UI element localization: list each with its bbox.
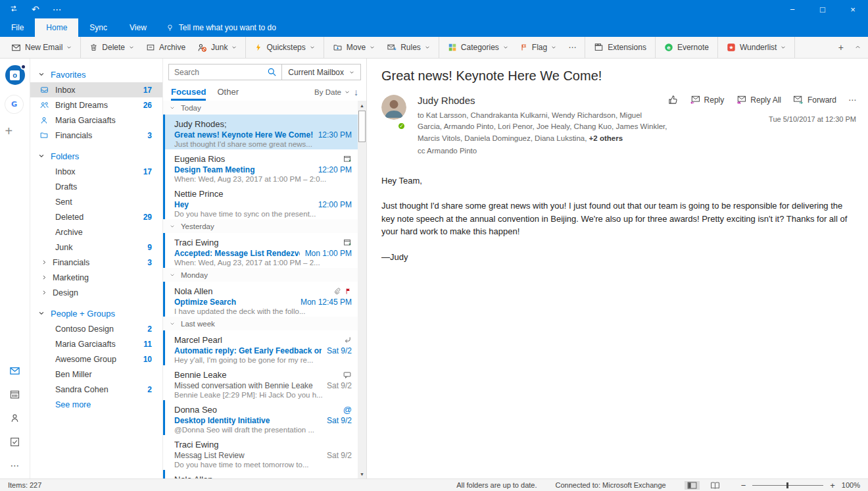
move-button[interactable]: Move	[327, 37, 381, 58]
layout-view-button[interactable]	[708, 481, 723, 490]
ribbon-more-button[interactable]: ⋯	[562, 37, 582, 58]
scroll-up-arrow[interactable]: ▲	[358, 101, 366, 110]
sidebar-section-favorites[interactable]: Favorites	[30, 66, 162, 82]
sidebar-item-archive[interactable]: Archive	[30, 224, 162, 240]
message-sender: Nola Allen	[174, 286, 333, 296]
sidebar-item-awesome-group[interactable]: Awesome Group10	[30, 351, 162, 367]
search-input[interactable]	[169, 68, 267, 77]
evernote-button[interactable]: eEvernote	[658, 37, 715, 58]
list-tab-other[interactable]: Other	[217, 83, 239, 101]
more-nav[interactable]: ⋯	[11, 460, 20, 471]
reply-button[interactable]: Reply	[690, 95, 725, 105]
message-row[interactable]: Judy Rhodes;Great news! Keynote Here We …	[163, 115, 358, 149]
message-more-button[interactable]: ⋯	[848, 96, 856, 104]
new-email-button[interactable]: New Email	[5, 37, 78, 58]
list-tab-focused[interactable]: Focused	[171, 83, 206, 101]
message-preview: @Donna Seo will draft the presentation .…	[174, 426, 352, 436]
add-account[interactable]: +	[5, 124, 25, 139]
connection-status: Connected to: Microsoft Exchange	[556, 481, 666, 489]
minimize-button[interactable]: −	[777, 0, 808, 18]
tell-me-box[interactable]: Tell me what you want to do	[166, 18, 276, 37]
sort-direction-icon[interactable]: ↓	[354, 88, 358, 97]
extensions-button[interactable]: Extensions	[588, 37, 652, 58]
ribbon-add-button[interactable]: +	[838, 42, 844, 53]
zoom-slider-thumb[interactable]	[786, 482, 788, 488]
ribbon-collapse-button[interactable]	[854, 42, 861, 53]
tab-sync[interactable]: Sync	[78, 18, 118, 37]
collapse-icon	[854, 43, 861, 51]
sidebar-item-see-more[interactable]: See more	[30, 397, 162, 412]
sender-avatar[interactable]	[381, 95, 406, 120]
mail-nav[interactable]	[9, 365, 20, 379]
sidebar-section-folders[interactable]: Folders	[30, 148, 162, 164]
sidebar-item-design[interactable]: Design	[30, 285, 162, 300]
sort-dropdown[interactable]: By Date	[314, 88, 350, 96]
sidebar-item-inbox[interactable]: Inbox17	[30, 82, 162, 97]
close-button[interactable]: ×	[838, 0, 868, 18]
message-group-header[interactable]: Last week	[163, 317, 358, 330]
sidebar-item-maria-garciaafts[interactable]: Maria Garciaafts11	[30, 336, 162, 351]
sidebar-item-ben-miller[interactable]: Ben Miller	[30, 367, 162, 382]
archive-button[interactable]: Archive	[140, 37, 191, 58]
maximize-button[interactable]: □	[808, 0, 838, 18]
message-group-header[interactable]: Yesterday	[163, 219, 358, 233]
wunderlist-button[interactable]: ★Wunderlist	[721, 37, 792, 58]
sender-name[interactable]: Judy Rhodes	[418, 95, 668, 106]
message-group-header[interactable]: Monday	[163, 268, 358, 282]
sidebar-item-maria-garciaafts[interactable]: Maria Garciaafts	[30, 113, 162, 128]
delete-button[interactable]: Delete	[84, 37, 140, 58]
zoom-in-button[interactable]: +	[830, 480, 835, 490]
sidebar-item-contoso-design[interactable]: Contoso Design2	[30, 321, 162, 336]
send-receive-button[interactable]	[9, 4, 18, 15]
sidebar-item-drafts[interactable]: Drafts	[30, 179, 162, 194]
message-row[interactable]: Eugenia RiosDesign Team Meeting12:20 PMW…	[163, 149, 358, 184]
sidebar-item-bright-dreams[interactable]: Bright Dreams26	[30, 97, 162, 113]
undo-icon: ↶	[32, 5, 39, 14]
sidebar-section-people-groups[interactable]: People + Groups	[30, 305, 162, 321]
scrollbar-thumb[interactable]	[358, 111, 366, 142]
categories-button[interactable]: Categories	[442, 37, 514, 58]
list-scrollbar[interactable]: ▲ ▼	[358, 101, 366, 478]
sidebar-item-financials[interactable]: Financials3	[30, 128, 162, 143]
message-row[interactable]: Bennie LeakeMissed conversation with Ben…	[163, 365, 358, 400]
google-account[interactable]: G	[5, 95, 25, 113]
message-row[interactable]: Traci EwingAccepted: Message List Rendez…	[163, 233, 358, 268]
undo-button[interactable]: ↶	[32, 4, 39, 14]
customize-qat-button[interactable]: ⋯	[53, 4, 62, 14]
message-row[interactable]: Nola AllenOptimize SearchMon 12:45 PMI h…	[163, 282, 358, 317]
message-row[interactable]: Marcel PearlAutomatic reply: Get Early F…	[163, 330, 358, 365]
people-nav[interactable]	[9, 413, 20, 426]
sidebar-item-marketing[interactable]: Marketing	[30, 270, 162, 285]
sidebar-item-sandra-cohen[interactable]: Sandra Cohen2	[30, 382, 162, 397]
zoom-out-button[interactable]: −	[741, 480, 746, 490]
junk-button[interactable]: Junk	[191, 37, 243, 58]
message-row[interactable]: Nola Allen	[163, 470, 358, 478]
sidebar-item-sent[interactable]: Sent	[30, 194, 162, 209]
search-scope-dropdown[interactable]: Current Mailbox	[282, 68, 360, 77]
calendar-nav[interactable]	[9, 389, 20, 403]
sidebar-item-financials[interactable]: Financials3	[30, 255, 162, 270]
search-icon[interactable]	[267, 67, 277, 77]
sidebar-item-inbox[interactable]: Inbox17	[30, 164, 162, 179]
reading-view-button[interactable]	[685, 481, 700, 490]
reply-all-button[interactable]: Reply All	[736, 95, 781, 105]
message-row[interactable]: Donna Seo@Desktop Identity InitiativeSat…	[163, 400, 358, 435]
tab-view[interactable]: View	[118, 18, 158, 37]
tab-home[interactable]: Home	[35, 18, 78, 37]
message-row[interactable]: Nettie PrinceHey12:00 PMDo you have time…	[163, 184, 358, 219]
zoom-slider[interactable]	[752, 485, 823, 486]
tasks-nav[interactable]	[9, 436, 20, 450]
sidebar-item-junk[interactable]: Junk9	[30, 240, 162, 255]
sidebar-item-deleted[interactable]: Deleted29	[30, 209, 162, 224]
flag-button[interactable]: Flag	[514, 37, 562, 58]
quicksteps-button[interactable]: Quicksteps	[249, 37, 320, 58]
forward-button[interactable]: Forward	[793, 95, 836, 105]
more-recipients[interactable]: +2 others	[589, 134, 623, 142]
message-group-header[interactable]: Today	[163, 101, 358, 115]
outlook-account[interactable]: o	[5, 65, 25, 85]
scroll-down-arrow[interactable]: ▼	[358, 469, 366, 478]
rules-button[interactable]: Rules	[381, 37, 436, 58]
message-row[interactable]: Traci EwingMessag List ReviewSat 9/2Do y…	[163, 435, 358, 470]
tab-file[interactable]: File	[0, 18, 35, 37]
like-button[interactable]	[668, 95, 678, 105]
